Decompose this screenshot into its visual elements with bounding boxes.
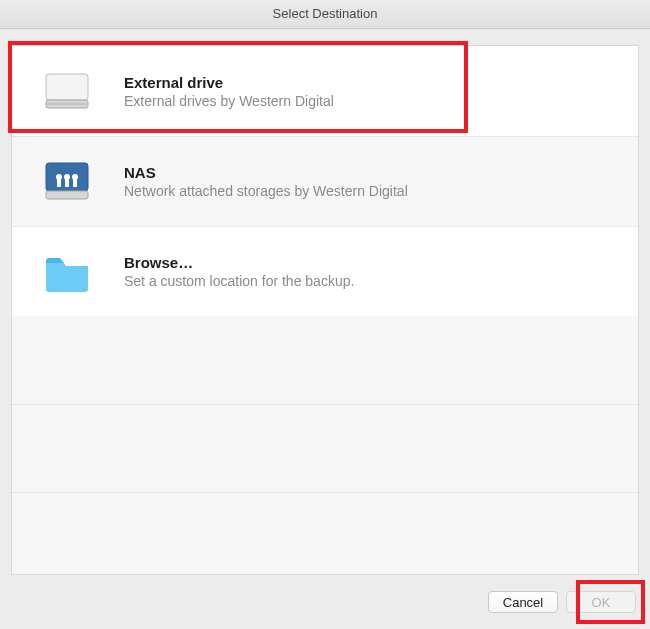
destination-option-title: NAS <box>124 164 408 181</box>
destination-list-panel: External drive External drives by Wester… <box>11 45 639 575</box>
svg-rect-4 <box>46 191 88 199</box>
svg-rect-9 <box>65 179 69 187</box>
destination-option-subtitle: Network attached storages by Western Dig… <box>124 183 408 199</box>
empty-list-area <box>12 316 638 574</box>
folder-icon <box>40 245 94 299</box>
dialog-footer: Cancel OK <box>0 575 650 629</box>
window-title: Select Destination <box>0 0 650 29</box>
ok-button[interactable]: OK <box>566 591 636 613</box>
destination-option-browse[interactable]: Browse… Set a custom location for the ba… <box>12 226 638 316</box>
destination-option-subtitle: External drives by Western Digital <box>124 93 334 109</box>
destination-option-title: Browse… <box>124 254 354 271</box>
destination-option-external-drive[interactable]: External drive External drives by Wester… <box>12 46 638 136</box>
svg-rect-8 <box>57 179 61 187</box>
svg-rect-10 <box>73 179 77 187</box>
cancel-button[interactable]: Cancel <box>488 591 558 613</box>
destination-option-title: External drive <box>124 74 334 91</box>
nas-drive-icon <box>40 155 94 209</box>
destination-option-nas[interactable]: NAS Network attached storages by Western… <box>12 136 638 226</box>
destination-option-subtitle: Set a custom location for the backup. <box>124 273 354 289</box>
external-drive-icon <box>40 64 94 118</box>
svg-rect-0 <box>46 74 88 100</box>
